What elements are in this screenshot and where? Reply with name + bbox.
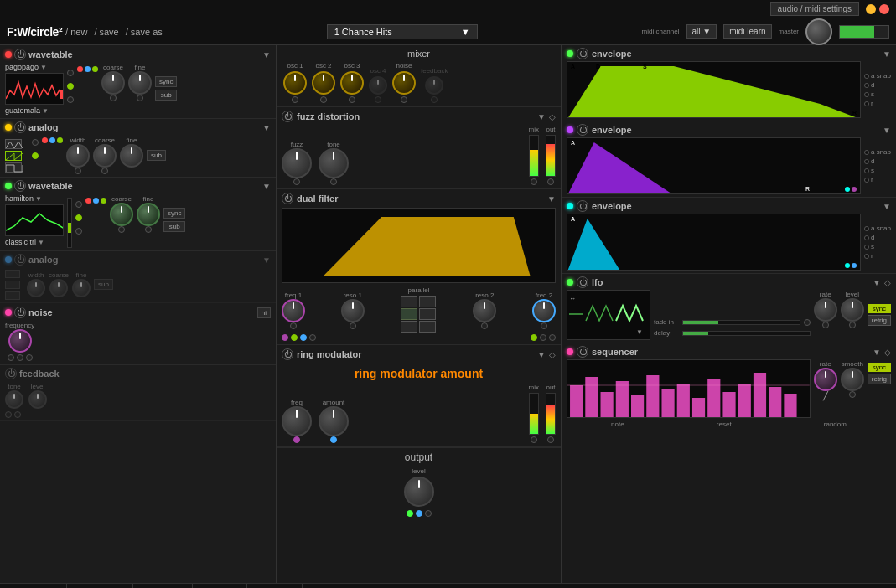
- filter-freq2-knob[interactable]: [532, 299, 556, 322]
- filter-p-btn6[interactable]: [419, 321, 436, 333]
- wavetable1-expand[interactable]: ▼: [262, 50, 271, 59]
- mixer-osc1-knob[interactable]: [283, 71, 307, 95]
- filter-reso1-dot[interactable]: [350, 322, 356, 329]
- a1-width-dot[interactable]: [75, 168, 81, 174]
- ringmod-expand[interactable]: ▼: [537, 350, 546, 359]
- noise-dot2[interactable]: [17, 354, 23, 361]
- filter-p-btn5[interactable]: [401, 321, 417, 333]
- wt2-coarse-knob[interactable]: [110, 203, 133, 226]
- mixer-osc4-dot[interactable]: [375, 96, 381, 103]
- env3-power[interactable]: ⏻: [577, 200, 588, 212]
- fuzz-knob[interactable]: [282, 148, 312, 178]
- mixer-osc3-knob[interactable]: [340, 71, 364, 95]
- wt1-preset-top[interactable]: pagopago ▼: [5, 63, 64, 71]
- tab-effects[interactable]: effects: [193, 584, 247, 589]
- env2-s-radio[interactable]: [864, 168, 869, 173]
- wt1-dot3[interactable]: [67, 96, 74, 103]
- wt1-fine-knob[interactable]: [128, 71, 152, 95]
- seq-smooth-dot[interactable]: [849, 391, 856, 398]
- midi-learn-button[interactable]: midi learn: [723, 24, 771, 39]
- lfo-level-dot[interactable]: [849, 322, 856, 328]
- wt2-dot2[interactable]: [75, 214, 82, 221]
- env1-d-radio[interactable]: [864, 83, 869, 88]
- wt1-sub-btn[interactable]: sub: [155, 90, 177, 101]
- master-knob[interactable]: [805, 18, 832, 45]
- filter-dot6[interactable]: [540, 334, 546, 341]
- tl-yellow[interactable]: [866, 4, 876, 14]
- seq-sync-btn[interactable]: sync: [868, 363, 891, 372]
- nav-save-as[interactable]: / save as: [126, 27, 163, 37]
- a1-fine-knob[interactable]: [120, 144, 143, 168]
- fuzz-out-dot[interactable]: [547, 178, 554, 185]
- env3-led[interactable]: [567, 203, 573, 209]
- env1-r-radio[interactable]: [864, 101, 869, 106]
- env2-d-radio[interactable]: [864, 159, 869, 164]
- env2-expand[interactable]: ▼: [883, 126, 891, 135]
- lfo-level-knob[interactable]: [841, 298, 864, 322]
- a2-wave2[interactable]: [5, 281, 20, 289]
- mixer-feedback-dot[interactable]: [431, 96, 438, 103]
- env2-r-radio[interactable]: [864, 178, 869, 183]
- ringmod-amount-dot[interactable]: [330, 436, 337, 443]
- seq-rate-knob[interactable]: [814, 368, 837, 391]
- ringmod-mix-fader[interactable]: [529, 393, 539, 435]
- fuzz-tone-knob[interactable]: [319, 148, 349, 178]
- mixer-osc1-dot[interactable]: [292, 96, 298, 103]
- audio-midi-settings-button[interactable]: audio / midi settings: [770, 2, 859, 16]
- wt2-dot1[interactable]: [75, 201, 82, 208]
- filter-dot7[interactable]: [549, 334, 556, 341]
- a2-fine-knob[interactable]: [72, 279, 91, 297]
- a2-sub-btn[interactable]: sub: [94, 279, 113, 290]
- ringmod-amount-knob[interactable]: [319, 406, 349, 436]
- output-dot1[interactable]: [407, 510, 413, 517]
- wavetable1-power[interactable]: ⏻: [14, 49, 26, 60]
- lfo-retrig-btn[interactable]: retrig: [868, 315, 891, 326]
- env2-led[interactable]: [567, 126, 573, 133]
- tab-control[interactable]: control: [247, 584, 303, 589]
- lfo-sync-btn[interactable]: sync: [868, 304, 891, 313]
- analog2-led[interactable]: [5, 256, 12, 263]
- a1-dot2[interactable]: [32, 152, 39, 159]
- env3-expand[interactable]: ▼: [883, 202, 891, 211]
- a1-coarse-dot[interactable]: [101, 168, 108, 174]
- wt2-dot3[interactable]: [75, 228, 82, 235]
- wt2-preset-bottom[interactable]: classic tri ▼: [5, 238, 64, 246]
- filter-freq1-knob[interactable]: [282, 299, 305, 322]
- seq-power[interactable]: ⏻: [577, 346, 588, 358]
- analog1-wave-opt3[interactable]: [5, 162, 22, 173]
- output-level-knob[interactable]: [404, 477, 434, 507]
- filter-p-btn4[interactable]: [419, 308, 436, 320]
- lfo-delay-slider[interactable]: [682, 331, 811, 336]
- lfo-rate-dot[interactable]: [822, 322, 829, 328]
- filter-p-btn3[interactable]: [401, 308, 417, 320]
- lfo-fadein-dot[interactable]: [804, 319, 811, 326]
- seq-smooth-knob[interactable]: [841, 368, 864, 391]
- fuzz-power[interactable]: ⏻: [282, 111, 293, 122]
- lfo-expand[interactable]: ▼: [873, 278, 881, 287]
- a2-coarse-knob[interactable]: [49, 279, 68, 297]
- noise-freq-knob[interactable]: [8, 329, 32, 353]
- wt1-coarse-knob[interactable]: [101, 71, 125, 95]
- wavetable2-power[interactable]: ⏻: [14, 180, 26, 192]
- env3-s-radio[interactable]: [864, 245, 869, 250]
- fb-tone-knob[interactable]: [5, 390, 23, 409]
- filter-dot2[interactable]: [291, 334, 298, 341]
- midi-channel-dropdown[interactable]: all ▼: [686, 24, 717, 39]
- env1-expand[interactable]: ▼: [883, 49, 891, 59]
- seq-led[interactable]: [567, 348, 573, 355]
- wt2-sub-btn[interactable]: sub: [163, 221, 185, 232]
- nav-save[interactable]: / save: [94, 27, 118, 37]
- wt1-coarse-dot[interactable]: [110, 95, 117, 101]
- wt1-sync-btn[interactable]: sync: [155, 76, 177, 87]
- fuzz-knob-dot[interactable]: [293, 178, 300, 185]
- a2-wave1[interactable]: [5, 270, 20, 278]
- filter-p-btn2[interactable]: [419, 296, 436, 307]
- fuzz-tone-dot[interactable]: [330, 178, 337, 185]
- lfo-config[interactable]: ◇: [884, 278, 891, 287]
- fuzz-mix-dot[interactable]: [531, 178, 537, 185]
- env1-led[interactable]: [567, 50, 573, 57]
- env1-s-radio[interactable]: [864, 92, 869, 97]
- ringmod-power[interactable]: ⏻: [282, 348, 293, 360]
- nav-new[interactable]: / new: [65, 27, 87, 37]
- analog1-led[interactable]: [5, 124, 12, 131]
